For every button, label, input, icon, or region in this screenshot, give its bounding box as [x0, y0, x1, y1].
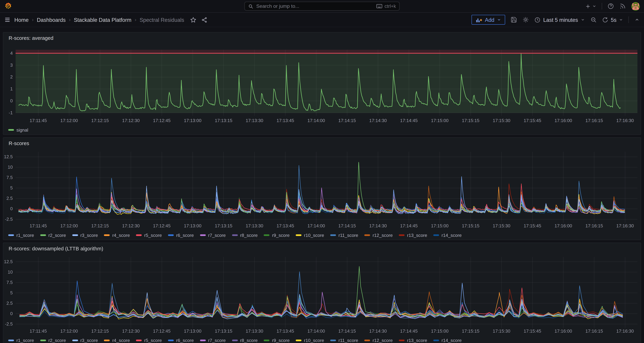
zoom-out-icon[interactable] — [590, 17, 597, 23]
svg-text:17:16:00: 17:16:00 — [554, 118, 572, 123]
svg-text:17:13:00: 17:13:00 — [184, 328, 202, 333]
legend-item-r6_score[interactable]: r6_score — [168, 338, 194, 343]
legend-item-signal[interactable]: signal — [8, 128, 28, 132]
legend-item-r14_score[interactable]: r14_score — [433, 338, 462, 343]
svg-text:17:12:45: 17:12:45 — [153, 328, 171, 333]
legend-item-r9_score[interactable]: r9_score — [264, 233, 290, 238]
user-avatar[interactable] — [631, 2, 640, 11]
legend-color-pill — [433, 340, 439, 341]
new-menu-button[interactable] — [585, 3, 596, 9]
plus-icon — [585, 3, 591, 9]
legend-item-r2_score[interactable]: r2_score — [40, 338, 66, 343]
legend-item-r1_score[interactable]: r1_score — [8, 233, 34, 238]
svg-text:17:15:00: 17:15:00 — [431, 118, 449, 123]
breadcrumb-home[interactable]: Home — [14, 17, 28, 23]
svg-text:17:11:45: 17:11:45 — [30, 328, 47, 333]
svg-text:17:14:30: 17:14:30 — [369, 223, 387, 228]
caret-up-icon[interactable] — [634, 17, 640, 23]
svg-text:17:13:30: 17:13:30 — [246, 328, 263, 333]
toolbar-right: Add — [471, 15, 640, 25]
svg-text:17:12:30: 17:12:30 — [122, 118, 140, 123]
legend-color-pill — [40, 234, 46, 236]
share-icon[interactable] — [201, 17, 208, 23]
svg-text:0: 0 — [10, 98, 13, 103]
legend-color-pill — [330, 234, 336, 236]
legend-color-pill — [399, 340, 404, 341]
timeseries-chart-r-scores-averaged[interactable]: 17:11:4517:12:0017:12:1517:12:3017:12:45… — [3, 44, 641, 126]
legend-item-r12_score[interactable]: r12_score — [364, 338, 393, 343]
legend-color-pill — [168, 340, 174, 341]
svg-text:17:12:45: 17:12:45 — [153, 118, 171, 123]
legend-label: r13_score — [407, 338, 427, 343]
legend-item-r3_score[interactable]: r3_score — [72, 338, 98, 343]
breadcrumb-dashboards[interactable]: Dashboards — [37, 17, 66, 23]
timeseries-chart-r-scores-downsampled[interactable]: 17:11:4517:12:0017:12:1517:12:3017:12:45… — [3, 255, 641, 336]
legend-item-r12_score[interactable]: r12_score — [364, 233, 393, 238]
legend-item-r8_score[interactable]: r8_score — [232, 233, 258, 238]
refresh-picker[interactable]: 5s — [602, 17, 623, 23]
legend-item-r3_score[interactable]: r3_score — [72, 233, 98, 238]
toolbar-divider — [628, 17, 629, 23]
svg-text:17:11:45: 17:11:45 — [30, 223, 47, 228]
panel-title[interactable]: R-scores: downsampled (LTTB algorithm) — [3, 243, 641, 255]
keyboard-icon — [376, 4, 382, 9]
time-range-picker[interactable]: Last 5 minutes — [534, 17, 585, 23]
help-button[interactable] — [608, 3, 614, 10]
legend-item-r6_score[interactable]: r6_score — [168, 233, 194, 238]
nav-right-actions — [585, 2, 640, 11]
legend: r1_scorer2_scorer3_scorer4_scorer5_score… — [3, 231, 641, 240]
legend-color-pill — [136, 340, 142, 341]
news-rss-button[interactable] — [620, 3, 626, 10]
menu-icon[interactable] — [4, 17, 11, 23]
legend-label: r12_score — [372, 233, 393, 238]
legend-item-r2_score[interactable]: r2_score — [40, 233, 66, 238]
svg-text:17:15:00: 17:15:00 — [431, 328, 449, 333]
legend-item-r9_score[interactable]: r9_score — [264, 338, 290, 343]
panel-title[interactable]: R-scores — [3, 138, 641, 149]
panel-title[interactable]: R-scores: averaged — [3, 33, 641, 44]
bar-chart-plus-icon — [476, 17, 482, 23]
legend-item-r11_score[interactable]: r11_score — [330, 233, 358, 238]
legend-color-pill — [433, 234, 439, 236]
svg-text:17:13:45: 17:13:45 — [276, 223, 294, 228]
legend-item-r7_score[interactable]: r7_score — [200, 233, 226, 238]
legend-item-r1_score[interactable]: r1_score — [8, 338, 34, 343]
legend-item-r8_score[interactable]: r8_score — [232, 338, 258, 343]
svg-text:7.5: 7.5 — [6, 175, 13, 180]
svg-text:17:12:00: 17:12:00 — [60, 223, 78, 228]
timeseries-chart-r-scores[interactable]: 17:11:4517:12:0017:12:1517:12:3017:12:45… — [3, 150, 641, 231]
svg-text:17:12:30: 17:12:30 — [122, 328, 140, 333]
svg-text:7.5: 7.5 — [6, 280, 13, 285]
save-dashboard-icon[interactable] — [510, 17, 517, 23]
grafana-app: Search or jump to... ctrl+k — [0, 0, 644, 343]
star-icon[interactable] — [190, 17, 196, 23]
legend-item-r7_score[interactable]: r7_score — [200, 338, 226, 343]
legend-label: r7_score — [208, 338, 226, 343]
legend-item-r4_score[interactable]: r4_score — [104, 233, 130, 238]
legend-item-r5_score[interactable]: r5_score — [136, 338, 162, 343]
legend-color-pill — [264, 340, 270, 341]
legend-item-r10_score[interactable]: r10_score — [296, 338, 324, 343]
svg-text:17:14:00: 17:14:00 — [308, 328, 325, 333]
legend-label: r5_score — [144, 233, 162, 238]
svg-text:2.5: 2.5 — [6, 196, 13, 201]
add-button[interactable]: Add — [471, 15, 505, 25]
legend-item-r11_score[interactable]: r11_score — [330, 338, 358, 343]
svg-text:17:12:00: 17:12:00 — [60, 328, 78, 333]
legend-item-r14_score[interactable]: r14_score — [433, 233, 462, 238]
search-input[interactable]: Search or jump to... ctrl+k — [244, 2, 400, 11]
svg-text:17:14:30: 17:14:30 — [369, 328, 387, 333]
grafana-logo-icon[interactable] — [4, 2, 12, 10]
legend-label: r13_score — [407, 233, 427, 238]
legend-item-r4_score[interactable]: r4_score — [104, 338, 130, 343]
legend-item-r10_score[interactable]: r10_score — [296, 233, 324, 238]
legend-item-r13_score[interactable]: r13_score — [399, 338, 427, 343]
chevron-down-icon — [581, 18, 585, 22]
svg-text:17:16:30: 17:16:30 — [616, 223, 634, 228]
dashboard-settings-icon[interactable] — [522, 17, 529, 23]
svg-text:17:16:15: 17:16:15 — [585, 328, 603, 333]
legend-item-r5_score[interactable]: r5_score — [136, 233, 162, 238]
breadcrumb-folder[interactable]: Stackable Data Platform — [74, 17, 132, 23]
svg-text:17:16:00: 17:16:00 — [554, 223, 572, 228]
legend-item-r13_score[interactable]: r13_score — [399, 233, 427, 238]
